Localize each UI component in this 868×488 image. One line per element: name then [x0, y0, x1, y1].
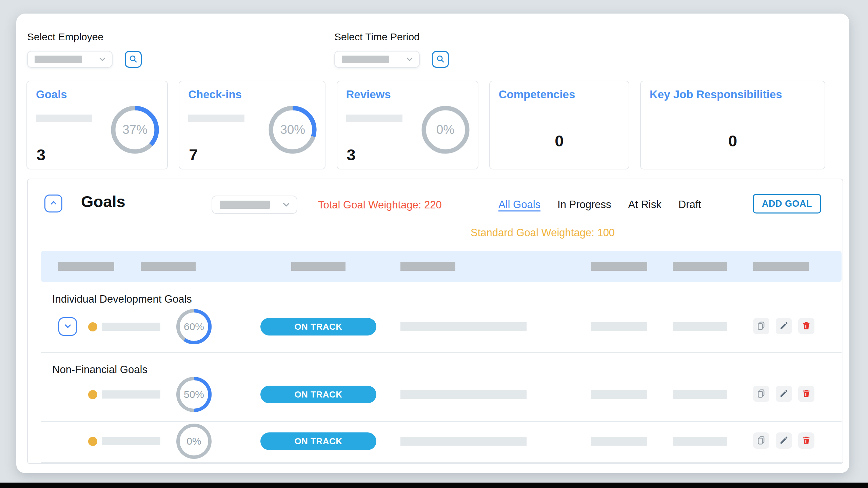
card-label-placeholder	[346, 115, 402, 122]
progress-ring: 60%	[176, 309, 212, 344]
card-label-placeholder	[36, 115, 92, 122]
goal-status-dot	[88, 437, 97, 446]
copy-goal-button[interactable]	[753, 386, 769, 402]
employee-select[interactable]	[27, 51, 113, 68]
progress-ring: 30%	[269, 106, 317, 154]
progress-ring-value: 60%	[176, 309, 212, 344]
goal-field-placeholder	[673, 437, 727, 446]
row-divider	[41, 352, 842, 353]
trash-icon	[802, 321, 811, 331]
goal-field-placeholder	[673, 322, 727, 331]
goals-table-rows: Individual Development Goals 60% ON TRAC…	[28, 179, 843, 463]
status-badge: ON TRACK	[260, 318, 376, 336]
goal-group-label: Individual Development Goals	[52, 293, 192, 305]
search-icon	[435, 54, 446, 65]
employee-select-placeholder	[35, 56, 82, 63]
goal-row: 60% ON TRACK	[41, 309, 842, 344]
progress-ring: 0%	[176, 424, 212, 459]
dashboard-panel: Select Employee Select Time Period Goals…	[16, 14, 849, 473]
chevron-down-icon	[98, 55, 107, 64]
pencil-icon	[779, 321, 789, 331]
goal-row: 50% ON TRACK	[41, 377, 842, 412]
goal-field-placeholder	[591, 437, 647, 446]
goal-field-placeholder	[673, 390, 727, 399]
progress-ring: 50%	[176, 377, 212, 412]
time-period-select[interactable]	[334, 51, 420, 68]
chevron-down-icon	[405, 55, 414, 64]
goal-name-placeholder	[102, 390, 160, 399]
goal-group-label: Non-Financial Goals	[52, 364, 147, 376]
goals-section: Goals Total Goal Weightage: 220 Standard…	[27, 179, 843, 464]
goal-field-placeholder	[400, 390, 527, 399]
status-badge: ON TRACK	[260, 386, 376, 403]
delete-goal-button[interactable]	[798, 318, 814, 334]
employee-search-button[interactable]	[125, 51, 142, 68]
goal-name-placeholder	[102, 437, 160, 445]
trash-icon	[802, 389, 811, 399]
goal-field-placeholder	[400, 322, 527, 331]
summary-card-key-job-responsibilities: Key Job Responsibilities0	[640, 81, 825, 169]
copy-icon	[756, 321, 766, 332]
copy-goal-button[interactable]	[753, 318, 769, 334]
row-divider	[41, 421, 842, 422]
delete-goal-button[interactable]	[798, 432, 814, 449]
card-title: Reviews	[346, 88, 391, 101]
card-count: 0	[641, 131, 825, 150]
goal-status-dot	[88, 390, 97, 399]
screen-bottom-edge	[0, 483, 868, 488]
copy-goal-button[interactable]	[753, 432, 769, 449]
summary-card-reviews: Reviews 0% 3	[337, 81, 478, 169]
card-title: Key Job Responsibilities	[650, 88, 782, 101]
copy-icon	[756, 388, 766, 400]
card-title: Goals	[36, 88, 67, 101]
progress-ring-value: 50%	[176, 377, 212, 412]
goal-name-placeholder	[102, 323, 160, 331]
card-label-placeholder	[188, 115, 244, 122]
summary-cards-row: Goals 37% 3Check-ins 30% 7Reviews 0% 3Co…	[26, 81, 825, 169]
progress-ring: 37%	[111, 106, 159, 154]
chevron-down-icon	[63, 321, 73, 332]
pencil-icon	[779, 389, 789, 399]
progress-ring: 0%	[421, 106, 470, 154]
time-period-search-button[interactable]	[432, 51, 449, 68]
edit-goal-button[interactable]	[776, 432, 792, 449]
progress-ring-value: 0%	[421, 106, 470, 154]
edit-goal-button[interactable]	[776, 318, 792, 334]
status-badge: ON TRACK	[260, 432, 376, 450]
summary-card-competencies: Competencies0	[489, 81, 629, 169]
progress-ring-value: 30%	[269, 106, 317, 154]
progress-ring-value: 37%	[111, 106, 159, 154]
goal-row: 0% ON TRACK	[41, 424, 842, 459]
card-title: Competencies	[499, 88, 575, 101]
goal-field-placeholder	[591, 322, 647, 331]
row-divider	[41, 462, 842, 463]
copy-icon	[756, 435, 766, 446]
card-count: 7	[189, 145, 198, 164]
select-time-period-label: Select Time Period	[334, 31, 420, 43]
goal-field-placeholder	[591, 390, 647, 399]
pencil-icon	[779, 435, 789, 446]
card-count: 0	[490, 131, 629, 150]
progress-ring-value: 0%	[176, 424, 212, 459]
card-count: 3	[37, 145, 45, 164]
time-period-select-placeholder	[342, 56, 389, 63]
goal-status-dot	[88, 322, 97, 331]
select-employee-label: Select Employee	[27, 31, 103, 43]
search-icon	[128, 54, 138, 65]
trash-icon	[802, 435, 811, 446]
delete-goal-button[interactable]	[798, 386, 814, 402]
edit-goal-button[interactable]	[776, 386, 792, 402]
summary-card-goals: Goals 37% 3	[26, 81, 168, 169]
card-title: Check-ins	[188, 88, 242, 101]
goal-field-placeholder	[400, 437, 527, 446]
card-count: 3	[347, 145, 356, 164]
summary-card-check-ins: Check-ins 30% 7	[179, 81, 326, 169]
expand-goal-button[interactable]	[58, 317, 77, 336]
